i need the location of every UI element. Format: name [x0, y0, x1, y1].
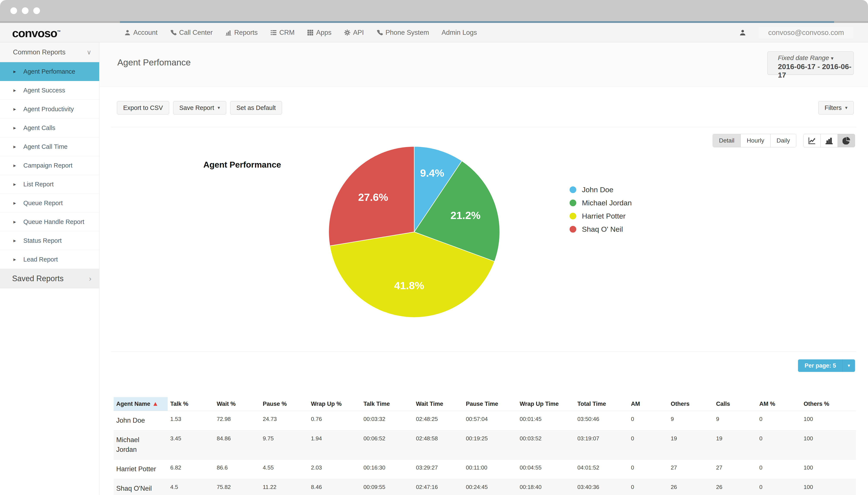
- col-header-wrap-up-%[interactable]: Wrap Up %: [308, 397, 361, 411]
- col-header-label: Wrap Up Time: [520, 400, 559, 407]
- col-header-label: Agent Name: [116, 400, 150, 407]
- data-cell: 03:29:27: [413, 459, 463, 479]
- per-page-dropdown[interactable]: Per page: 5 ▾: [798, 359, 855, 372]
- data-cell: 8.46: [308, 479, 361, 495]
- nav-item-phone-system[interactable]: Phone System: [377, 29, 429, 36]
- data-cell: 1.94: [308, 430, 361, 459]
- set-as-default-button[interactable]: Set as Default: [230, 101, 282, 115]
- sidebar-item-queue-report[interactable]: ▸Queue Report: [0, 194, 99, 212]
- nav-item-apps[interactable]: Apps: [307, 29, 332, 36]
- window-edge: [0, 21, 868, 23]
- data-cell: 84.86: [214, 430, 260, 459]
- window-dot-icon: [22, 7, 29, 14]
- col-header-talk-%[interactable]: Talk %: [168, 397, 214, 411]
- gear-icon: [344, 29, 350, 36]
- nav-item-admin-logs[interactable]: Admin Logs: [441, 29, 477, 36]
- legend-item-michael-jordan[interactable]: Michael Jordan: [570, 196, 632, 209]
- data-cell: 02:48:58: [413, 430, 463, 459]
- bar-chart-icon[interactable]: [821, 134, 838, 147]
- sidebar-item-saved-reports[interactable]: Saved Reports ›: [0, 269, 99, 288]
- sidebar-item-campaign-report[interactable]: ▸Campaign Report: [0, 156, 99, 175]
- sidebar-item-agent-productivity[interactable]: ▸Agent Productivity: [0, 100, 99, 119]
- nav-item-account[interactable]: Account: [124, 29, 157, 36]
- sidebar-item-lead-report[interactable]: ▸Lead Report: [0, 250, 99, 269]
- col-header-label: Wrap Up %: [311, 400, 341, 407]
- nav-item-label: Account: [133, 29, 157, 36]
- filters-button[interactable]: Filters▾: [818, 101, 854, 115]
- data-cell: 19: [668, 430, 714, 459]
- col-header-agent-name[interactable]: Agent Name: [114, 397, 168, 411]
- col-header-pause-time[interactable]: Pause Time: [463, 397, 517, 411]
- data-cell: 0: [757, 430, 801, 459]
- data-cell: 0.76: [308, 411, 361, 430]
- col-header-am[interactable]: AM: [628, 397, 668, 411]
- save-report-button[interactable]: Save Report▾: [173, 101, 226, 115]
- col-header-total-time[interactable]: Total Time: [575, 397, 628, 411]
- sidebar-item-label: Agent Perfomance: [23, 68, 75, 75]
- nav-item-label: API: [353, 29, 364, 36]
- col-header-others[interactable]: Others: [668, 397, 714, 411]
- toggle-hourly[interactable]: Hourly: [741, 134, 770, 147]
- sidebar-item-agent-success[interactable]: ▸Agent Success: [0, 81, 99, 100]
- data-cell: 100: [801, 430, 856, 459]
- sidebar-header-label: Common Reports: [13, 48, 65, 56]
- data-cell: 4.5: [168, 479, 214, 495]
- legend-dot-icon: [570, 213, 576, 219]
- agent-name-cell: Shaq O'Neil: [114, 479, 168, 495]
- caret-right-icon: ▸: [13, 163, 16, 168]
- col-header-am-%[interactable]: AM %: [757, 397, 801, 411]
- table-row: Harriet Potter6.8286.64.552.0300:16:3003…: [114, 459, 856, 479]
- data-cell: 9.75: [260, 430, 308, 459]
- legend-label: John Doe: [582, 186, 614, 194]
- data-cell: 24.73: [260, 411, 308, 430]
- sidebar-item-agent-call-time[interactable]: ▸Agent Call Time: [0, 137, 99, 156]
- legend-item-john-doe[interactable]: John Doe: [570, 183, 632, 196]
- nav-item-api[interactable]: API: [344, 29, 364, 36]
- user-email-menu[interactable]: convoso@convoso.com: [759, 27, 853, 38]
- sidebar-item-agent-calls[interactable]: ▸Agent Calls: [0, 119, 99, 137]
- col-header-label: Others: [671, 400, 689, 407]
- data-cell: 100: [801, 459, 856, 479]
- nav-item-call-center[interactable]: Call Center: [170, 29, 213, 36]
- data-cell: 00:03:52: [517, 430, 575, 459]
- col-header-others-%[interactable]: Others %: [801, 397, 856, 411]
- date-range-label: Fixed date Range: [778, 54, 829, 61]
- sidebar-header-common-reports[interactable]: Common Reports ∨: [0, 42, 99, 62]
- col-header-wait-time[interactable]: Wait Time: [413, 397, 463, 411]
- nav-item-reports[interactable]: Reports: [225, 29, 258, 36]
- data-cell: 0: [628, 411, 668, 430]
- sidebar: Common Reports ∨ ▸Agent Perfomance▸Agent…: [0, 42, 99, 495]
- sidebar-item-agent-perfomance[interactable]: ▸Agent Perfomance: [0, 62, 99, 81]
- line-chart-icon[interactable]: [804, 134, 821, 147]
- date-range-value: 2016-06-17 - 2016-06-17: [778, 63, 853, 79]
- col-header-talk-time[interactable]: Talk Time: [361, 397, 413, 411]
- chart-legend: John DoeMichael JordanHarriet PotterShaq…: [570, 183, 632, 236]
- sidebar-item-status-report[interactable]: ▸Status Report: [0, 231, 99, 250]
- sidebar-item-queue-handle-report[interactable]: ▸Queue Handle Report: [0, 212, 99, 231]
- agent-name-cell: Michael Jordan: [114, 430, 168, 459]
- bar-chart-icon: [225, 29, 232, 36]
- col-header-pause-%[interactable]: Pause %: [260, 397, 308, 411]
- date-range-picker[interactable]: Fixed date Range ▾ 2016-06-17 - 2016-06-…: [767, 51, 854, 75]
- legend-label: Harriet Potter: [582, 212, 625, 220]
- toggle-detail[interactable]: Detail: [713, 134, 741, 147]
- grid-icon: [307, 29, 314, 36]
- nav-item-crm[interactable]: CRM: [270, 29, 295, 36]
- col-header-wrap-up-time[interactable]: Wrap Up Time: [517, 397, 575, 411]
- data-cell: 6.82: [168, 459, 214, 479]
- sidebar-item-list-report[interactable]: ▸List Report: [0, 175, 99, 194]
- col-header-calls[interactable]: Calls: [714, 397, 757, 411]
- toggle-daily[interactable]: Daily: [770, 134, 796, 147]
- export-csv-button[interactable]: Export to CSV: [117, 101, 169, 115]
- legend-item-harriet-potter[interactable]: Harriet Potter: [570, 209, 632, 223]
- data-cell: 0: [628, 479, 668, 495]
- pie-chart-icon[interactable]: [838, 134, 855, 147]
- table-header-row: Agent NameTalk %Wait %Pause %Wrap Up %Ta…: [114, 397, 856, 411]
- data-cell: 100: [801, 411, 856, 430]
- legend-item-shaq-o-neil[interactable]: Shaq O' Neil: [570, 223, 632, 236]
- col-header-wait-%[interactable]: Wait %: [214, 397, 260, 411]
- sidebar-item-label: Agent Success: [23, 87, 65, 94]
- data-cell: 0: [628, 459, 668, 479]
- nav-item-label: Phone System: [385, 29, 429, 36]
- chevron-right-icon: ›: [89, 274, 91, 283]
